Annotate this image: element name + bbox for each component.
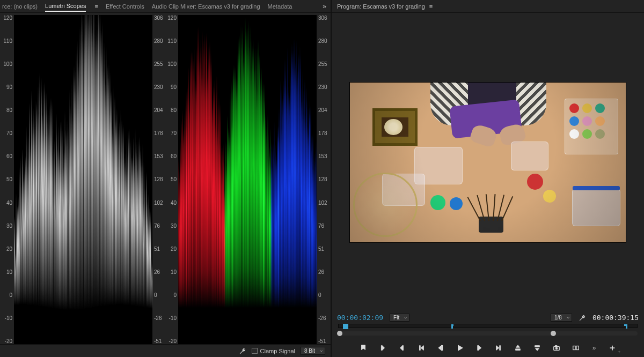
mini-timeline[interactable] <box>338 324 638 338</box>
timecode-current[interactable]: 00:00:02:09 <box>337 314 383 322</box>
add-marker-button[interactable] <box>358 343 368 353</box>
zoom-handle-right[interactable] <box>551 331 556 336</box>
program-monitor[interactable] <box>332 13 644 311</box>
lift-button[interactable] <box>513 343 523 353</box>
clamp-signal-checkbox[interactable]: Clamp Signal <box>252 348 295 354</box>
zoom-dropdown[interactable]: Fit <box>390 314 409 322</box>
in-point-marker[interactable] <box>451 324 453 329</box>
go-to-out-button[interactable] <box>494 343 503 353</box>
go-to-in-button[interactable] <box>416 343 426 353</box>
luma-waveform-canvas[interactable] <box>14 15 152 344</box>
rgb-parade-scope: 1201101009080706050403020100-10-20 30628… <box>166 15 328 344</box>
zoom-handle-left[interactable] <box>337 331 342 336</box>
program-footer: 00:00:02:09 Fit 1/8 00:00:39:15 <box>332 311 644 357</box>
export-frame-button[interactable] <box>552 343 561 353</box>
mark-out-button[interactable] <box>397 343 407 353</box>
playhead-icon[interactable] <box>343 324 348 329</box>
luma-waveform-scope: 1201101009080706050403020100-10-20 30628… <box>2 15 164 344</box>
step-back-button[interactable] <box>436 343 445 353</box>
tab-lumetri-scopes[interactable]: Lumetri Scopes <box>45 1 86 12</box>
scopes-area: 1201101009080706050403020100-10-20 30628… <box>0 13 331 344</box>
tab-source[interactable]: rce: (no clips) <box>2 2 38 11</box>
rgb-lane-blue <box>270 15 317 344</box>
out-point-marker[interactable] <box>624 324 627 329</box>
svg-rect-2 <box>555 346 557 347</box>
rgb-lane-green <box>224 15 270 344</box>
comparison-view-button[interactable] <box>571 343 581 353</box>
scopes-footer: Clamp Signal 8 Bit <box>0 344 331 357</box>
transport-controls: » <box>337 343 639 353</box>
rgb-axis-left: 1201101009080706050403020100-10-20 <box>166 15 178 344</box>
button-editor-icon[interactable] <box>608 343 617 353</box>
step-forward-button[interactable] <box>474 343 484 353</box>
time-readout-bar: 00:00:02:09 Fit 1/8 00:00:39:15 <box>337 314 639 322</box>
wrench-icon[interactable] <box>239 347 246 355</box>
program-header: Program: Escamas v3 for grading ≡ <box>332 0 644 13</box>
mark-in-button[interactable] <box>378 343 387 353</box>
program-panel-menu-icon[interactable]: ≡ <box>429 3 433 10</box>
time-ruler[interactable] <box>338 324 638 328</box>
checkbox-box <box>252 348 258 354</box>
rgb-lane-red <box>178 15 224 344</box>
program-title: Program: Escamas v3 for grading <box>337 3 425 10</box>
extract-button[interactable] <box>532 343 542 353</box>
resolution-dropdown[interactable]: 1/8 <box>551 314 572 322</box>
scopes-panel: rce: (no clips) Lumetri Scopes ≡ Effect … <box>0 0 332 357</box>
tabs-overflow-icon[interactable]: » <box>320 3 328 10</box>
clamp-signal-label: Clamp Signal <box>260 348 295 354</box>
zoom-scrollbar[interactable] <box>338 331 638 336</box>
settings-wrench-icon[interactable] <box>579 314 586 322</box>
rgb-axis-right: 3062802552302041781531281027651260-26-51 <box>317 15 328 344</box>
program-panel: Program: Escamas v3 for grading ≡ <box>332 0 644 357</box>
tab-metadata[interactable]: Metadata <box>268 2 292 11</box>
transport-overflow-icon[interactable]: » <box>590 344 598 352</box>
video-frame <box>349 82 626 243</box>
tab-audio-clip-mixer[interactable]: Audio Clip Mixer: Escamas v3 for grading <box>152 2 260 11</box>
svg-rect-3 <box>573 346 575 350</box>
panel-menu-icon[interactable]: ≡ <box>94 3 98 10</box>
svg-point-1 <box>555 347 558 349</box>
timecode-duration: 00:00:39:15 <box>592 314 639 322</box>
rgb-parade-canvas[interactable] <box>178 15 317 344</box>
luma-axis-left: 1201101009080706050403020100-10-20 <box>2 15 14 344</box>
bit-depth-dropdown[interactable]: 8 Bit <box>301 347 325 355</box>
source-tab-bar: rce: (no clips) Lumetri Scopes ≡ Effect … <box>0 0 331 13</box>
tab-effect-controls[interactable]: Effect Controls <box>106 2 144 11</box>
svg-rect-4 <box>576 346 579 350</box>
play-button[interactable] <box>455 343 465 353</box>
luma-axis-right: 3062802552302041781531281027651260-26-51 <box>152 15 164 344</box>
